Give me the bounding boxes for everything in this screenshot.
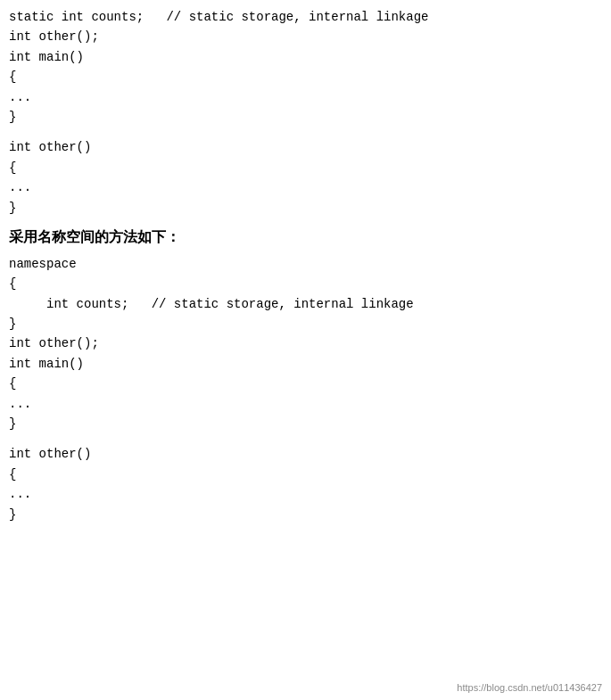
code-section-1: static int counts; // static storage, in… xyxy=(9,7,602,127)
code-section-2: int other() { ... } xyxy=(9,137,602,218)
code-section-4: int other() { ... } xyxy=(9,444,602,524)
code-section-3: namespace { int counts; // static storag… xyxy=(9,254,602,434)
code-block-1: static int counts; // static storage, in… xyxy=(9,7,602,127)
watermark: https://blog.csdn.net/u011436427 xyxy=(457,682,602,693)
code-block-2: int other() { ... } xyxy=(9,137,602,218)
code-block-4: int other() { ... } xyxy=(9,444,602,524)
page-content: static int counts; // static storage, in… xyxy=(9,7,602,524)
section-heading: 采用名称空间的方法如下： xyxy=(9,228,602,247)
code-block-3: namespace { int counts; // static storag… xyxy=(9,254,602,434)
